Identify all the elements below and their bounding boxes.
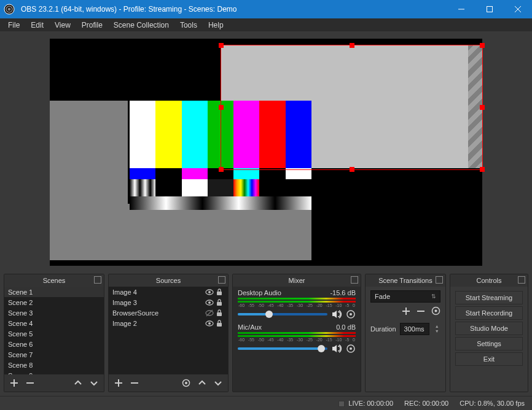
speaker-icon[interactable] bbox=[331, 309, 342, 320]
start-streaming-button[interactable]: Start Streaming bbox=[455, 291, 523, 304]
channel-name: Mic/Aux bbox=[238, 323, 262, 331]
scenes-footer bbox=[4, 374, 104, 392]
titlebar: OBS 23.2.1 (64-bit, windows) - Profile: … bbox=[0, 0, 532, 18]
add-scene-button[interactable] bbox=[7, 376, 22, 390]
remove-transition-button[interactable] bbox=[417, 307, 425, 315]
controls-body: Start StreamingStart RecordingStudio Mod… bbox=[450, 287, 528, 392]
menu-help[interactable]: Help bbox=[203, 20, 229, 31]
svg-rect-4 bbox=[487, 7, 493, 12]
svg-marker-30 bbox=[332, 345, 337, 352]
popout-icon[interactable] bbox=[518, 276, 525, 284]
menu-scene-collection[interactable]: Scene Collection bbox=[108, 20, 174, 31]
remove-scene-button[interactable] bbox=[23, 376, 37, 390]
close-button[interactable] bbox=[504, 0, 532, 18]
scene-item[interactable]: Scene 9 bbox=[4, 370, 104, 374]
scene-item[interactable]: Scene 6 bbox=[4, 339, 104, 349]
svg-point-2 bbox=[8, 8, 11, 11]
source-crop-overflow bbox=[468, 45, 482, 168]
preview-canvas[interactable] bbox=[50, 39, 482, 266]
vu-meter bbox=[238, 301, 356, 303]
source-item[interactable]: BrowserSource bbox=[109, 308, 228, 318]
scene-item[interactable]: Scene 7 bbox=[4, 349, 104, 360]
source-image-3[interactable] bbox=[130, 101, 311, 210]
studio-mode-button[interactable]: Studio Mode bbox=[455, 322, 523, 335]
svg-point-20 bbox=[208, 322, 211, 325]
gear-icon[interactable] bbox=[346, 309, 356, 319]
add-source-button[interactable] bbox=[111, 376, 126, 390]
popout-icon[interactable] bbox=[351, 276, 358, 284]
add-transition-button[interactable] bbox=[402, 307, 410, 315]
app-icon bbox=[0, 0, 18, 18]
scenes-list[interactable]: Scene 1Scene 2Scene 3Scene 4Scene 5Scene… bbox=[4, 287, 104, 374]
sources-footer bbox=[109, 374, 228, 392]
source-down-button[interactable] bbox=[211, 376, 225, 390]
source-item[interactable]: Image 4 bbox=[109, 287, 228, 297]
duration-label: Duration bbox=[370, 325, 396, 333]
visibility-icon[interactable] bbox=[205, 298, 214, 307]
lock-icon[interactable] bbox=[216, 309, 224, 317]
scene-item[interactable]: Scene 5 bbox=[4, 328, 104, 339]
scene-item[interactable]: Scene 3 bbox=[4, 308, 104, 318]
mixer-body: Desktop Audio-15.6 dB-60-55-50-45-40-35-… bbox=[233, 287, 361, 392]
visibility-icon[interactable] bbox=[205, 309, 214, 317]
duration-spinbox[interactable]: 300ms bbox=[400, 323, 430, 335]
visibility-icon[interactable] bbox=[205, 288, 214, 296]
menu-file[interactable]: File bbox=[2, 20, 25, 31]
svg-rect-21 bbox=[217, 323, 222, 327]
sources-header: Sources bbox=[109, 274, 228, 287]
lock-icon[interactable] bbox=[216, 299, 224, 306]
mixer-channel: Mic/Aux0.0 dB-60-55-50-45-40-35-30-25-20… bbox=[233, 321, 361, 355]
transitions-header: Scene Transitions bbox=[366, 274, 445, 287]
scene-down-button[interactable] bbox=[87, 376, 101, 390]
settings-button[interactable]: Settings bbox=[455, 337, 523, 350]
transition-properties-button[interactable] bbox=[431, 306, 440, 315]
popout-icon[interactable] bbox=[94, 276, 101, 284]
sources-title: Sources bbox=[156, 277, 181, 284]
speaker-icon[interactable] bbox=[331, 343, 342, 354]
lock-icon[interactable] bbox=[216, 288, 224, 296]
preview-area[interactable] bbox=[0, 31, 532, 270]
vu-meter bbox=[238, 332, 356, 334]
scene-item[interactable]: Scene 1 bbox=[4, 287, 104, 297]
source-image-2b[interactable] bbox=[50, 204, 311, 260]
exit-button[interactable]: Exit bbox=[455, 352, 523, 366]
menu-edit[interactable]: Edit bbox=[25, 20, 49, 31]
lock-icon[interactable] bbox=[216, 320, 224, 327]
controls-title: Controls bbox=[477, 277, 502, 284]
maximize-button[interactable] bbox=[475, 0, 504, 18]
window-title: OBS 23.2.1 (64-bit, windows) - Profile: … bbox=[18, 5, 447, 14]
transitions-panel: Scene Transitions Fade ⇅ Duration 300ms bbox=[365, 274, 446, 392]
transitions-title: Scene Transitions bbox=[378, 277, 432, 284]
menu-tools[interactable]: Tools bbox=[174, 20, 203, 31]
source-up-button[interactable] bbox=[195, 376, 209, 390]
scene-item[interactable]: Scene 2 bbox=[4, 297, 104, 308]
scenes-header: Scenes bbox=[4, 274, 104, 287]
menu-profile[interactable]: Profile bbox=[76, 20, 108, 31]
popout-icon[interactable] bbox=[436, 276, 443, 284]
start-recording-button[interactable]: Start Recording bbox=[455, 306, 523, 320]
svg-point-29 bbox=[350, 313, 352, 315]
transition-combo[interactable]: Fade ⇅ bbox=[370, 290, 440, 303]
minimize-button[interactable] bbox=[447, 0, 475, 18]
dock: Scenes Scene 1Scene 2Scene 3Scene 4Scene… bbox=[0, 270, 532, 396]
remove-source-button[interactable] bbox=[127, 376, 142, 390]
volume-slider[interactable] bbox=[238, 347, 327, 350]
gear-icon[interactable] bbox=[346, 344, 356, 354]
scene-item[interactable]: Scene 4 bbox=[4, 318, 104, 328]
duration-spin-arrows[interactable]: ▲▼ bbox=[433, 324, 440, 334]
scenes-panel: Scenes Scene 1Scene 2Scene 3Scene 4Scene… bbox=[4, 274, 104, 392]
source-item[interactable]: Image 2 bbox=[109, 318, 228, 328]
source-image-2[interactable] bbox=[50, 101, 128, 205]
vu-meter bbox=[238, 298, 356, 300]
scene-up-button[interactable] bbox=[71, 376, 85, 390]
scene-item[interactable]: Scene 8 bbox=[4, 360, 104, 370]
sources-list[interactable]: Image 4Image 3BrowserSourceImage 2 bbox=[109, 287, 228, 374]
source-properties-button[interactable] bbox=[179, 376, 194, 390]
svg-rect-18 bbox=[217, 312, 222, 316]
status-cpu: CPU: 0.8%, 30.00 fps bbox=[460, 400, 525, 407]
source-item[interactable]: Image 3 bbox=[109, 297, 228, 308]
menu-view[interactable]: View bbox=[49, 20, 76, 31]
popout-icon[interactable] bbox=[218, 276, 225, 284]
visibility-icon[interactable] bbox=[205, 319, 214, 328]
volume-slider[interactable] bbox=[238, 313, 327, 315]
